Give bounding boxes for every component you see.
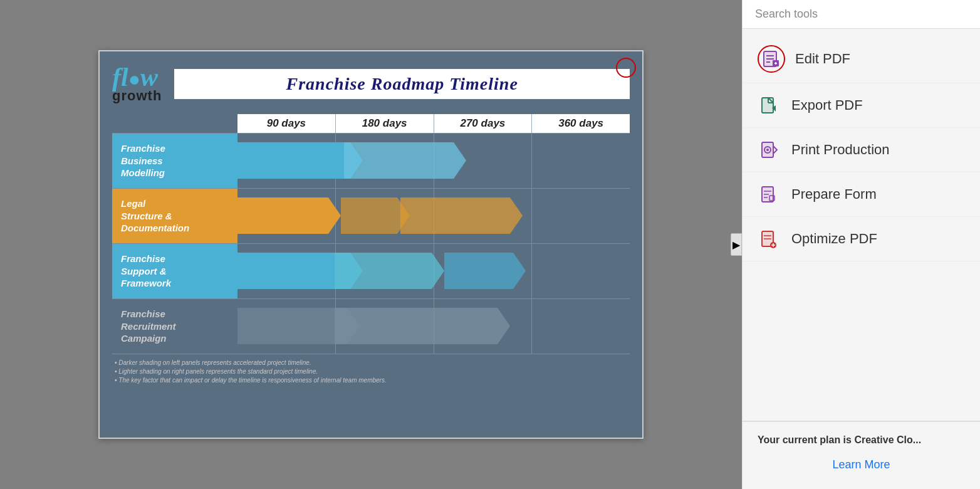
logo-flow: fl●w <box>112 64 162 90</box>
tool-item-export-pdf[interactable]: Export PDF <box>743 83 980 128</box>
pdf-title: Franchise Roadmap Timeline <box>187 74 617 94</box>
row-label-1: FranchiseBusinessModelling <box>112 134 237 188</box>
edit-pdf-svg <box>761 49 781 69</box>
row-cells-1 <box>237 134 630 188</box>
tool-item-prepare-form[interactable]: Prepare Form <box>743 172 980 217</box>
tool-item-print-production[interactable]: Print Production <box>743 128 980 172</box>
pdf-title-box: Franchise Roadmap Timeline <box>174 69 630 99</box>
arrow-bar <box>444 253 526 289</box>
row-label-2: LegalStructure &Documentation <box>112 189 237 243</box>
col-header-90: 90 days <box>237 114 335 133</box>
arrow-bar <box>335 308 523 344</box>
table-row: FranchiseBusinessModelling <box>112 134 630 189</box>
edit-pdf-icon <box>758 45 785 73</box>
arrow-shape <box>341 197 410 234</box>
right-panel: Search tools Edit <box>742 0 980 489</box>
pdf-header: fl●w growth Franchise Roadmap Timeline <box>112 64 630 104</box>
col-header-180: 180 days <box>335 114 434 133</box>
optimize-pdf-icon <box>758 227 781 251</box>
arrow-shape <box>237 197 341 234</box>
search-tools-section: Search tools <box>743 0 980 29</box>
arrow-shape <box>344 142 466 179</box>
pdf-viewer: fl●w growth Franchise Roadmap Timeline 9… <box>0 0 742 489</box>
col-header-360: 360 days <box>531 114 630 133</box>
row-label-4: FranchiseRecruitmentCampaign <box>112 299 237 354</box>
timeline-container: 90 days 180 days 270 days 360 days Franc… <box>112 114 630 354</box>
logo-area: fl●w growth <box>112 64 162 104</box>
prepare-form-svg <box>759 184 779 204</box>
export-pdf-icon <box>758 93 781 117</box>
pdf-note-3: • The key factor that can impact or dela… <box>115 377 627 384</box>
arrow-shape <box>335 253 444 289</box>
prepare-form-label: Prepare Form <box>791 186 877 202</box>
table-row: FranchiseSupport &Framework <box>112 244 630 299</box>
prepare-form-icon <box>758 182 781 206</box>
arrow-shape <box>444 253 526 289</box>
bottom-section: Your current plan is Creative Clo... Lea… <box>743 421 980 489</box>
pdf-document: fl●w growth Franchise Roadmap Timeline 9… <box>98 50 644 439</box>
print-production-icon <box>758 138 781 162</box>
pdf-note-1: • Darker shading on left panels represen… <box>115 359 627 366</box>
tool-item-optimize-pdf[interactable]: Optimize PDF <box>743 217 980 261</box>
learn-more-button[interactable]: Learn More <box>758 453 965 476</box>
export-pdf-svg <box>759 95 779 115</box>
arrow-shape <box>335 308 510 344</box>
export-pdf-label: Export PDF <box>791 97 863 113</box>
optimize-pdf-label: Optimize PDF <box>791 231 877 247</box>
row-cells-2 <box>237 189 630 243</box>
col-header-270: 270 days <box>434 114 532 133</box>
row-label-3: FranchiseSupport &Framework <box>112 244 237 298</box>
circle-marker <box>616 58 636 78</box>
timeline-rows: FranchiseBusinessModelling <box>112 133 630 354</box>
search-tools-label: Search tools <box>755 8 818 20</box>
edit-pdf-label: Edit PDF <box>795 51 850 67</box>
row-cell <box>531 244 630 298</box>
logo-growth: growth <box>112 88 162 104</box>
row-cell <box>531 299 630 354</box>
row-cell <box>531 189 630 243</box>
arrow-bar <box>344 142 466 179</box>
right-panel-wrapper: ▶ Search tools <box>742 0 980 489</box>
plan-text: Your current plan is Creative Clo... <box>758 434 965 446</box>
timeline-header: 90 days 180 days 270 days 360 days <box>237 114 630 133</box>
collapse-icon: ▶ <box>732 239 740 251</box>
print-production-label: Print Production <box>791 142 890 158</box>
pdf-notes: • Darker shading on left panels represen… <box>112 359 630 384</box>
arrow-bar <box>400 197 529 234</box>
optimize-pdf-svg <box>759 229 779 249</box>
collapse-button[interactable]: ▶ <box>731 233 742 256</box>
table-row: LegalStructure &Documentation <box>112 189 630 244</box>
pdf-note-2: • Lighter shading on right panels repres… <box>115 368 627 375</box>
row-cell <box>531 134 630 188</box>
row-cells-3 <box>237 244 630 298</box>
arrow-bar <box>335 253 451 289</box>
table-row: FranchiseRecruitmentCampaign <box>112 299 630 354</box>
svg-point-15 <box>766 149 769 151</box>
print-production-svg <box>759 140 779 160</box>
row-cells-4 <box>237 299 630 354</box>
tools-list: Edit PDF Export PDF <box>743 29 980 421</box>
timeline-header-bg: 90 days 180 days 270 days 360 days <box>237 114 630 133</box>
tool-item-edit-pdf[interactable]: Edit PDF <box>743 35 980 83</box>
arrow-shape <box>400 197 523 234</box>
